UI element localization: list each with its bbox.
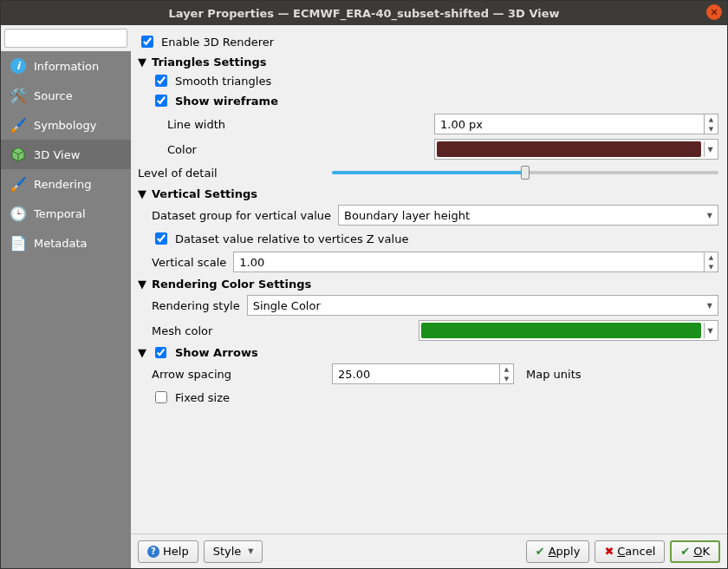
arrow-spacing-unit: Map units — [526, 368, 582, 381]
section-title: Rendering Color Settings — [152, 278, 311, 291]
vertical-scale-value[interactable]: 1.00 — [234, 252, 704, 271]
line-width-value[interactable]: 1.00 px — [435, 114, 704, 134]
mesh-color-label: Mesh color — [152, 324, 412, 337]
ok-button[interactable]: ✔ OK — [670, 540, 720, 563]
sidebar-item-label: Metadata — [34, 237, 88, 250]
help-button[interactable]: ? Help — [138, 540, 198, 563]
mesh-color-button[interactable]: ▼ — [419, 320, 718, 341]
style-label: Style — [213, 545, 242, 558]
spin-arrows[interactable]: ▲▼ — [499, 364, 513, 383]
sidebar-item-label: Information — [34, 60, 99, 73]
content-scroll[interactable]: Enable 3D Renderer ▼ Triangles Settings … — [131, 25, 727, 533]
line-width-spinbox[interactable]: 1.00 px ▲▼ — [434, 114, 718, 134]
enable-3d-checkbox[interactable] — [141, 36, 153, 48]
smooth-label: Smooth triangles — [175, 75, 271, 88]
sidebar-item-temporal[interactable]: 🕒 Temporal — [1, 199, 131, 228]
line-width-label: Line width — [167, 118, 427, 131]
triangles-settings-header[interactable]: ▼ Triangles Settings — [138, 56, 718, 69]
mesh-color-swatch — [421, 323, 701, 338]
vertical-scale-row: Vertical scale 1.00 ▲▼ — [152, 252, 718, 272]
sidebar: 🔍 i Information 🛠️ Source 🖌️ Symbology — [1, 25, 131, 568]
ok-label: OK — [693, 545, 710, 558]
section-title: Show Arrows — [175, 346, 258, 359]
content: Enable 3D Renderer ▼ Triangles Settings … — [131, 25, 727, 568]
vertical-settings-header[interactable]: ▼ Vertical Settings — [138, 187, 718, 200]
cancel-button[interactable]: ✖ Cancel — [595, 540, 665, 563]
line-width-row: Line width 1.00 px ▲▼ — [167, 114, 718, 134]
show-wireframe-check[interactable]: Show wireframe — [152, 92, 718, 109]
wireframe-color-button[interactable]: ▼ — [434, 139, 718, 160]
level-of-detail-row: Level of detail — [138, 165, 718, 180]
window: Layer Properties — ECMWF_ERA-40_subset-s… — [0, 0, 728, 569]
chevron-down-icon[interactable]: ▼ — [704, 323, 716, 338]
fixed-size-check[interactable]: Fixed size — [152, 389, 718, 406]
sidebar-item-3dview[interactable]: 3D View — [1, 140, 131, 169]
rendering-style-combo[interactable]: Single Color ▼ — [247, 295, 718, 316]
lod-slider[interactable] — [332, 165, 718, 180]
spin-arrows[interactable]: ▲▼ — [704, 252, 718, 271]
chevron-down-icon[interactable]: ▼ — [704, 141, 716, 157]
slider-fill — [332, 171, 525, 174]
vertical-scale-spinbox[interactable]: 1.00 ▲▼ — [233, 252, 718, 272]
slider-thumb[interactable] — [521, 166, 530, 180]
smooth-triangles-check[interactable]: Smooth triangles — [152, 72, 718, 89]
arrow-spacing-spinbox[interactable]: 25.00 ▲▼ — [332, 363, 514, 384]
collapse-icon: ▼ — [138, 56, 146, 69]
collapse-icon: ▼ — [138, 278, 146, 291]
chevron-up-icon[interactable]: ▲ — [500, 364, 513, 374]
rendering-color-body: Rendering style Single Color ▼ Mesh colo… — [152, 295, 718, 341]
chevron-down-icon[interactable]: ▼ — [500, 374, 513, 383]
rendering-style-label: Rendering style — [152, 299, 240, 312]
relative-z-check[interactable]: Dataset value relative to vertices Z val… — [152, 230, 718, 247]
chevron-down-icon: ▼ — [707, 302, 712, 310]
paintbrush-icon: 🖌️ — [10, 175, 27, 193]
chevron-down-icon[interactable]: ▼ — [705, 262, 718, 271]
window-body: 🔍 i Information 🛠️ Source 🖌️ Symbology — [1, 25, 727, 568]
document-icon: 📄 — [10, 234, 27, 252]
wrench-icon: 🛠️ — [10, 87, 27, 104]
show-arrows-header[interactable]: ▼ Show Arrows — [138, 346, 718, 359]
sidebar-item-label: 3D View — [34, 148, 80, 161]
arrow-spacing-value[interactable]: 25.00 — [333, 364, 499, 383]
cancel-label: Cancel — [617, 545, 655, 558]
collapse-icon: ▼ — [138, 187, 146, 200]
sidebar-item-information[interactable]: i Information — [1, 51, 131, 81]
chevron-up-icon[interactable]: ▲ — [705, 114, 718, 124]
triangles-settings-body: Smooth triangles Show wireframe Line wid… — [152, 72, 718, 160]
rendering-color-header[interactable]: ▼ Rendering Color Settings — [138, 278, 718, 291]
titlebar: Layer Properties — ECMWF_ERA-40_subset-s… — [1, 1, 727, 25]
help-label: Help — [163, 545, 189, 558]
chevron-down-icon: ▼ — [707, 212, 712, 219]
relative-z-checkbox[interactable] — [155, 232, 167, 245]
section-title: Vertical Settings — [152, 187, 257, 200]
wireframe-checkbox[interactable] — [155, 95, 167, 107]
sidebar-item-source[interactable]: 🛠️ Source — [1, 81, 131, 110]
wireframe-label: Show wireframe — [175, 95, 278, 108]
sidebar-item-symbology[interactable]: 🖌️ Symbology — [1, 110, 131, 140]
dataset-group-label: Dataset group for vertical value — [152, 209, 331, 222]
sidebar-item-rendering[interactable]: 🖌️ Rendering — [1, 169, 131, 199]
enable-3d-renderer-check[interactable]: Enable 3D Renderer — [138, 33, 718, 50]
arrow-spacing-label: Arrow spacing — [152, 368, 325, 381]
sidebar-item-label: Temporal — [34, 207, 86, 220]
dataset-group-combo[interactable]: Boundary layer height ▼ — [338, 205, 718, 226]
fixed-size-checkbox[interactable] — [155, 391, 167, 403]
enable-3d-label: Enable 3D Renderer — [161, 36, 274, 49]
chevron-up-icon[interactable]: ▲ — [705, 252, 718, 262]
wireframe-color-row: Color ▼ — [167, 139, 718, 160]
search-input[interactable] — [4, 29, 127, 48]
close-icon[interactable]: ✕ — [706, 4, 722, 20]
apply-label: Apply — [549, 545, 581, 558]
spin-arrows[interactable]: ▲▼ — [704, 114, 718, 134]
check-icon: ✔ — [536, 545, 545, 558]
arrow-spacing-row: Arrow spacing 25.00 ▲▼ Map units — [152, 363, 718, 384]
fixed-size-label: Fixed size — [175, 391, 230, 404]
show-arrows-checkbox[interactable] — [155, 347, 166, 358]
smooth-checkbox[interactable] — [155, 75, 167, 87]
style-button[interactable]: Style ▼ — [204, 540, 263, 563]
brush-icon: 🖌️ — [10, 116, 27, 134]
sidebar-item-metadata[interactable]: 📄 Metadata — [1, 228, 131, 258]
apply-button[interactable]: ✔ Apply — [526, 540, 590, 563]
slider-track — [332, 171, 718, 174]
chevron-down-icon[interactable]: ▼ — [705, 124, 718, 134]
